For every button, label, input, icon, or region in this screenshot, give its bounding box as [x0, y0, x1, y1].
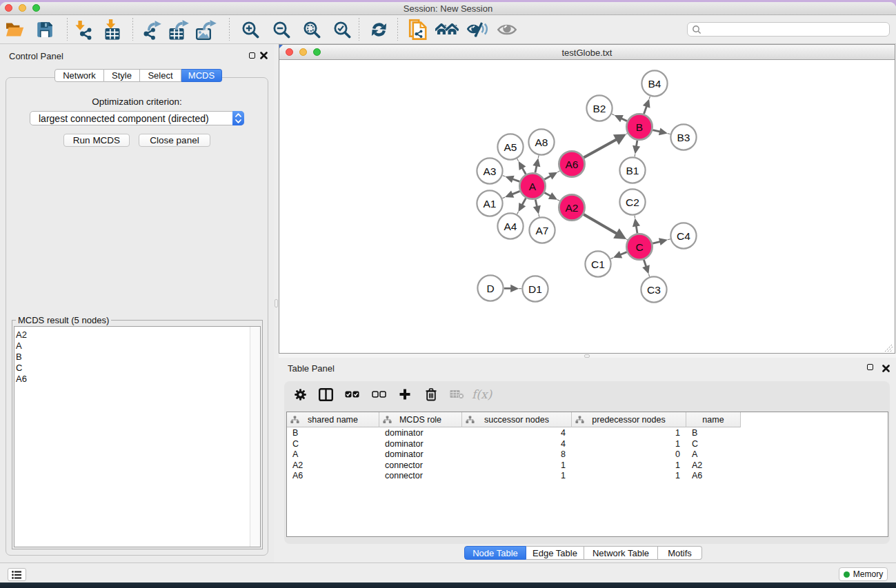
result-item[interactable]: C [14, 363, 27, 374]
cell-successor-nodes[interactable]: 1 [462, 460, 572, 472]
column-header-predecessor-nodes[interactable]: predecessor nodes [572, 412, 686, 427]
cell-shared-name[interactable]: A [287, 449, 379, 460]
table-row[interactable]: A2connector11A2 [287, 460, 888, 472]
cell-successor-nodes[interactable]: 1 [462, 471, 572, 482]
cell-name[interactable]: B [686, 428, 741, 439]
select-all-columns-icon[interactable] [345, 387, 359, 401]
graph-node-A6[interactable]: A6 [559, 151, 584, 176]
export-network-icon[interactable] [143, 15, 162, 43]
memory-button[interactable]: Memory [839, 567, 888, 581]
run-mcds-button[interactable]: Run MCDS [63, 134, 130, 147]
save-session-icon[interactable] [37, 15, 53, 43]
export-image-icon[interactable] [196, 15, 217, 43]
tab-network-table[interactable]: Network Table [584, 546, 658, 560]
graph-node-D[interactable]: D [477, 275, 503, 301]
cell-predecessor-nodes[interactable]: 1 [572, 428, 686, 439]
close-panel-button[interactable]: Close panel [139, 134, 210, 147]
graph-node-B[interactable]: B [626, 114, 652, 139]
cell-successor-nodes[interactable]: 4 [462, 428, 572, 439]
result-item[interactable]: B [14, 352, 27, 363]
export-table-icon[interactable] [168, 15, 189, 43]
result-item[interactable]: A6 [14, 374, 27, 385]
first-neighbors-icon[interactable] [435, 15, 459, 43]
cell-MCDS-role[interactable]: connector [379, 471, 462, 482]
cell-shared-name[interactable]: A6 [287, 471, 379, 482]
zoom-selected-icon[interactable] [333, 15, 351, 43]
zoom-in-icon[interactable] [241, 15, 259, 43]
tab-select[interactable]: Select [140, 69, 181, 82]
table-row[interactable]: Adominator80A [287, 449, 888, 460]
column-header-name[interactable]: name [686, 412, 741, 427]
delete-columns-icon[interactable] [426, 387, 437, 401]
vertical-splitter-handle[interactable] [275, 299, 278, 307]
horizontal-splitter-handle[interactable] [584, 354, 590, 358]
graph-node-A3[interactable]: A3 [477, 158, 502, 183]
result-item[interactable]: A2 [14, 330, 27, 341]
column-header-MCDS-role[interactable]: MCDS role [379, 412, 462, 427]
graph-node-A7[interactable]: A7 [529, 217, 555, 243]
import-table-icon[interactable] [102, 15, 120, 43]
graph-node-B4[interactable]: B4 [641, 70, 667, 96]
tab-mcds[interactable]: MCDS [181, 69, 222, 82]
cell-shared-name[interactable]: C [287, 439, 379, 450]
column-header-successor-nodes[interactable]: successor nodes [462, 412, 572, 427]
graph-node-A5[interactable]: A5 [497, 134, 523, 159]
graph-node-C[interactable]: C [626, 234, 652, 259]
create-column-icon[interactable] [399, 387, 411, 401]
cell-MCDS-role[interactable]: dominator [379, 428, 462, 439]
cell-MCDS-role[interactable]: dominator [379, 439, 462, 450]
import-network-icon[interactable] [74, 15, 92, 43]
refresh-icon[interactable] [370, 15, 388, 43]
cell-shared-name[interactable]: A2 [287, 460, 379, 472]
cell-successor-nodes[interactable]: 4 [462, 439, 572, 450]
graph-node-A2[interactable]: A2 [559, 194, 584, 220]
network-canvas[interactable]: A A6 A2 B C A1 A3 A4 A5 A7 A8 B1 B2 [279, 60, 895, 353]
clone-network-icon[interactable] [408, 15, 427, 43]
cell-name[interactable]: A [686, 449, 741, 460]
show-columns-icon[interactable] [319, 387, 333, 401]
tab-edge-table[interactable]: Edge Table [526, 546, 584, 560]
window-titlebar[interactable]: Session: New Session [0, 2, 896, 15]
result-item[interactable]: A [14, 341, 27, 352]
optimization-criterion-select[interactable]: largest connected component (directed) [30, 111, 244, 125]
table-panel-float-icon[interactable] [867, 364, 873, 370]
cell-predecessor-nodes[interactable]: 1 [572, 439, 686, 450]
cell-MCDS-role[interactable]: dominator [379, 449, 462, 460]
tab-network[interactable]: Network [54, 69, 104, 82]
cell-predecessor-nodes[interactable]: 0 [572, 449, 686, 460]
tab-style[interactable]: Style [104, 69, 140, 82]
cell-predecessor-nodes[interactable]: 1 [572, 460, 686, 472]
graph-node-C1[interactable]: C1 [585, 251, 610, 276]
graph-node-A[interactable]: A [519, 173, 545, 199]
graph-node-A8[interactable]: A8 [528, 129, 554, 154]
graph-node-B3[interactable]: B3 [670, 124, 696, 150]
tab-node-table[interactable]: Node Table [464, 546, 526, 560]
cell-name[interactable]: C [686, 439, 741, 450]
zoom-out-icon[interactable] [272, 15, 290, 43]
cell-predecessor-nodes[interactable]: 1 [572, 471, 686, 482]
open-session-icon[interactable] [6, 15, 24, 43]
control-panel-float-icon[interactable] [249, 52, 255, 59]
show-graphics-details-icon[interactable] [497, 15, 517, 43]
cell-shared-name[interactable]: B [287, 428, 379, 439]
show-panels-button[interactable] [8, 568, 26, 581]
unselect-all-columns-icon[interactable] [372, 387, 386, 401]
graph-node-C4[interactable]: C4 [670, 223, 696, 248]
control-panel-close-icon[interactable] [260, 52, 268, 59]
result-list-scrollbar[interactable] [250, 327, 260, 547]
table-options-icon[interactable] [295, 387, 306, 401]
cell-successor-nodes[interactable]: 8 [462, 449, 572, 460]
graph-node-C2[interactable]: C2 [619, 189, 645, 214]
cell-MCDS-role[interactable]: connector [379, 460, 462, 472]
graph-node-C3[interactable]: C3 [641, 276, 666, 302]
graph-node-A1[interactable]: A1 [477, 190, 502, 216]
graph-node-D1[interactable]: D1 [522, 276, 548, 301]
cell-name[interactable]: A6 [686, 471, 741, 482]
column-header-shared-name[interactable]: shared name [287, 412, 379, 427]
network-window-titlebar[interactable]: testGlobe.txt [279, 45, 895, 60]
network-window-resize-grip[interactable] [884, 343, 893, 352]
hide-graphics-details-icon[interactable] [467, 15, 488, 43]
table-row[interactable]: Bdominator41B [287, 428, 888, 439]
graph-node-A4[interactable]: A4 [497, 213, 523, 239]
table-row[interactable]: Cdominator41C [287, 439, 888, 450]
